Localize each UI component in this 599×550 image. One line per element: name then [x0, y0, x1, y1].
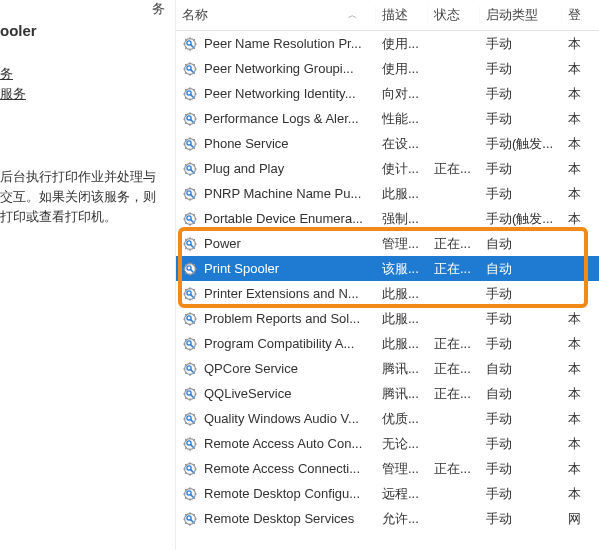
service-name: Performance Logs & Aler... [204, 111, 359, 126]
service-desc: 使用... [376, 60, 428, 78]
column-header-logon[interactable]: 登 [562, 6, 582, 24]
service-icon [182, 361, 198, 377]
service-startup: 自动 [480, 385, 562, 403]
service-icon [182, 386, 198, 402]
service-extra: 本 [562, 135, 582, 153]
service-name: Remote Desktop Configu... [204, 486, 360, 501]
service-startup: 手动 [480, 85, 562, 103]
service-row[interactable]: Peer Networking Identity...向对...手动本 [176, 81, 599, 106]
service-name: Problem Reports and Sol... [204, 311, 360, 326]
service-row[interactable]: Phone Service在设...手动(触发...本 [176, 131, 599, 156]
service-name: Remote Access Connecti... [204, 461, 360, 476]
service-name: Quality Windows Audio V... [204, 411, 359, 426]
service-desc: 管理... [376, 460, 428, 478]
service-desc: 此服... [376, 335, 428, 353]
service-desc: 管理... [376, 235, 428, 253]
service-desc: 远程... [376, 485, 428, 503]
restart-service-link[interactable]: 服务 [0, 85, 26, 103]
service-startup: 手动 [480, 110, 562, 128]
service-desc: 优质... [376, 410, 428, 428]
column-header-label: 名称 [182, 6, 208, 24]
service-startup: 自动 [480, 260, 562, 278]
service-row[interactable]: Plug and Play使计...正在...手动本 [176, 156, 599, 181]
service-desc: 允许... [376, 510, 428, 528]
service-name: PNRP Machine Name Pu... [204, 186, 361, 201]
service-startup: 手动(触发... [480, 135, 562, 153]
service-desc: 此服... [376, 310, 428, 328]
service-row[interactable]: PNRP Machine Name Pu...此服...手动本 [176, 181, 599, 206]
service-name: Phone Service [204, 136, 289, 151]
service-row[interactable]: Remote Access Connecti...管理...正在...手动本 [176, 456, 599, 481]
service-icon [182, 186, 198, 202]
service-desc: 性能... [376, 110, 428, 128]
service-name: Remote Access Auto Con... [204, 436, 362, 451]
service-extra: 本 [562, 335, 582, 353]
service-name: Peer Networking Identity... [204, 86, 356, 101]
column-header-startup[interactable]: 启动类型 [480, 6, 562, 24]
service-extra: 本 [562, 410, 582, 428]
service-icon [182, 86, 198, 102]
service-startup: 手动 [480, 410, 562, 428]
service-details-panel: 务 ooler 务 服务 后台执行打印作业并处理与 交互。如果关闭该服务，则 打… [0, 0, 176, 550]
service-extra: 本 [562, 60, 582, 78]
service-extra: 本 [562, 35, 582, 53]
service-row[interactable]: Peer Name Resolution Pr...使用...手动本 [176, 31, 599, 56]
stop-service-link[interactable]: 务 [0, 65, 13, 83]
service-status: 正在... [428, 160, 480, 178]
service-desc: 在设... [376, 135, 428, 153]
service-row[interactable]: QQLiveService腾讯...正在...自动本 [176, 381, 599, 406]
desc-line: 后台执行打印作业并处理与 [0, 168, 156, 186]
service-startup: 手动 [480, 485, 562, 503]
service-row[interactable]: Performance Logs & Aler...性能...手动本 [176, 106, 599, 131]
service-extra: 本 [562, 460, 582, 478]
service-name: Printer Extensions and N... [204, 286, 359, 301]
service-startup: 自动 [480, 235, 562, 253]
service-startup: 手动 [480, 60, 562, 78]
service-name: Plug and Play [204, 161, 284, 176]
service-row[interactable]: Print Spooler该服...正在...自动 [176, 256, 599, 281]
service-desc: 腾讯... [376, 385, 428, 403]
service-icon [182, 61, 198, 77]
service-startup: 手动 [480, 185, 562, 203]
service-name: QQLiveService [204, 386, 291, 401]
service-row[interactable]: Remote Desktop Configu...远程...手动本 [176, 481, 599, 506]
service-extra: 本 [562, 360, 582, 378]
service-row[interactable]: Printer Extensions and N...此服...手动 [176, 281, 599, 306]
service-row[interactable]: Remote Access Auto Con...无论...手动本 [176, 431, 599, 456]
service-row[interactable]: Problem Reports and Sol...此服...手动本 [176, 306, 599, 331]
service-startup: 手动 [480, 35, 562, 53]
column-header-description[interactable]: 描述 [376, 6, 428, 24]
service-name: Power [204, 236, 241, 251]
service-startup: 自动 [480, 360, 562, 378]
column-header-name[interactable]: 名称 ︿ [176, 6, 376, 24]
service-row[interactable]: Power管理...正在...自动 [176, 231, 599, 256]
service-row[interactable]: Remote Desktop Services允许...手动网 [176, 506, 599, 531]
service-startup: 手动 [480, 435, 562, 453]
service-row[interactable]: Program Compatibility A...此服...正在...手动本 [176, 331, 599, 356]
services-rows: Peer Name Resolution Pr...使用...手动本Peer N… [176, 31, 599, 531]
service-desc: 该服... [376, 260, 428, 278]
service-status: 正在... [428, 335, 480, 353]
service-startup: 手动 [480, 160, 562, 178]
service-startup: 手动 [480, 310, 562, 328]
service-icon [182, 286, 198, 302]
service-desc: 向对... [376, 85, 428, 103]
service-name: Remote Desktop Services [204, 511, 354, 526]
service-name: Peer Name Resolution Pr... [204, 36, 362, 51]
service-icon [182, 111, 198, 127]
service-row[interactable]: Portable Device Enumera...强制...手动(触发...本 [176, 206, 599, 231]
service-icon [182, 136, 198, 152]
column-header-status[interactable]: 状态 [428, 6, 480, 24]
service-startup: 手动 [480, 460, 562, 478]
service-row[interactable]: Quality Windows Audio V...优质...手动本 [176, 406, 599, 431]
service-row[interactable]: Peer Networking Groupi...使用...手动本 [176, 56, 599, 81]
service-icon [182, 336, 198, 352]
service-icon [182, 436, 198, 452]
service-row[interactable]: QPCore Service腾讯...正在...自动本 [176, 356, 599, 381]
service-name: Portable Device Enumera... [204, 211, 363, 226]
service-extra: 本 [562, 485, 582, 503]
partial-text: 务 [152, 0, 165, 18]
desc-line: 交互。如果关闭该服务，则 [0, 188, 156, 206]
service-extra: 本 [562, 85, 582, 103]
sort-indicator-icon: ︿ [348, 9, 357, 22]
